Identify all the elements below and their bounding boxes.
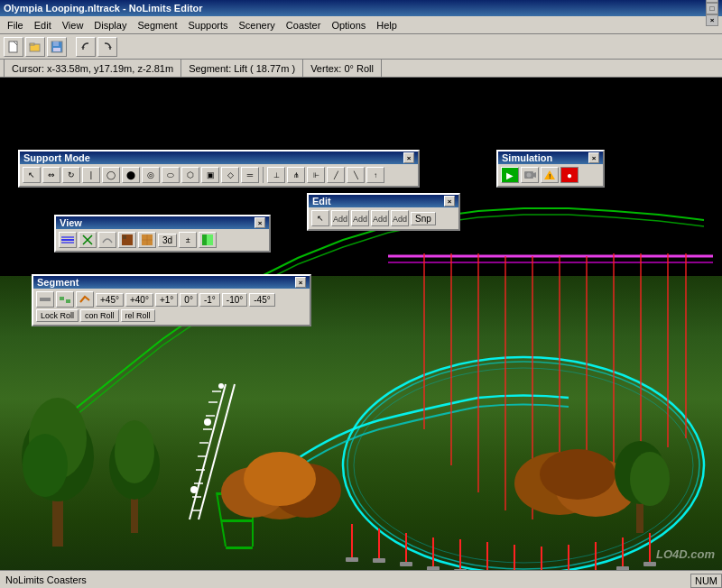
line-tool[interactable]: |: [82, 167, 100, 183]
beam-tool[interactable]: ═: [241, 167, 259, 183]
sim-play-btn[interactable]: ▶: [501, 167, 519, 183]
seg-plus1-btn[interactable]: +1°: [155, 293, 178, 307]
add-vertex-btn[interactable]: Add: [391, 210, 409, 226]
sim-camera-btn[interactable]: [521, 167, 539, 183]
fork2-tool[interactable]: ⊩: [307, 167, 325, 183]
rotate-tool[interactable]: ↻: [62, 167, 80, 183]
redo-button[interactable]: [97, 37, 117, 57]
grid1-btn[interactable]: [59, 232, 77, 248]
add-end-btn[interactable]: Add: [371, 210, 389, 226]
menu-coaster[interactable]: Coaster: [281, 16, 327, 33]
circle-md-tool[interactable]: ⬤: [122, 167, 140, 183]
snap-btn[interactable]: Snp: [411, 212, 436, 225]
menu-scenery[interactable]: Scenery: [234, 16, 281, 33]
ellipse-tool[interactable]: ⬭: [162, 167, 180, 183]
support-panel-content: ↖ ⇔ ↻ | ◯ ⬤ ◎ ⬭ ⬡ ▣ ◇ ═ ⊥ ⋔ ⊩ ╱ ╲ ↑: [20, 164, 418, 186]
svg-point-84: [630, 452, 670, 506]
octagon-tool[interactable]: ⬡: [181, 167, 199, 183]
diamond-tool[interactable]: ◇: [221, 167, 239, 183]
add-conn-btn[interactable]: Add: [351, 210, 369, 226]
plusminus-btn[interactable]: ±: [179, 232, 197, 248]
seg-rel-roll-btn[interactable]: rel Roll: [121, 309, 155, 322]
seg-flat-btn[interactable]: [36, 291, 54, 308]
close-button[interactable]: ×: [706, 14, 718, 26]
undo-button[interactable]: [76, 37, 96, 57]
svg-text:Add: Add: [393, 215, 407, 224]
angled2-tool[interactable]: ╲: [347, 167, 365, 183]
menu-supports[interactable]: Supports: [182, 16, 233, 33]
pole2-tool[interactable]: ↑: [366, 167, 384, 183]
seg-minus45-btn[interactable]: -45°: [249, 293, 274, 307]
segment-panel-close[interactable]: ×: [295, 277, 306, 288]
3d-btn[interactable]: 3d: [158, 234, 177, 247]
sim-panel-content: ▶ ! ●: [498, 164, 603, 186]
svg-rect-89: [123, 235, 126, 239]
view-panel: View × 3d ±: [54, 215, 271, 253]
seg-minus10-btn[interactable]: -10°: [222, 293, 247, 307]
menu-edit[interactable]: Edit: [29, 16, 57, 33]
svg-rect-93: [40, 298, 51, 301]
svg-text:Add: Add: [333, 215, 347, 224]
open-button[interactable]: [25, 37, 45, 57]
menu-segment[interactable]: Segment: [132, 16, 182, 33]
add-seg-btn[interactable]: Add: [331, 210, 349, 226]
edit-panel-title[interactable]: Edit ×: [309, 195, 458, 207]
seg-plus45-btn[interactable]: +45°: [96, 293, 124, 307]
circle-lg-tool[interactable]: ◎: [142, 167, 160, 183]
sim-warning-btn[interactable]: !: [541, 167, 559, 183]
edit-panel-content: ↖ Add Add Add Add Snp: [309, 207, 458, 229]
svg-marker-102: [533, 172, 536, 178]
seg-con-roll-btn[interactable]: con Roll: [80, 309, 119, 322]
svg-rect-2: [30, 43, 34, 45]
support-panel-title[interactable]: Support Mode ×: [20, 152, 418, 164]
segment-panel-title[interactable]: Segment ×: [33, 276, 310, 289]
new-button[interactable]: [4, 37, 23, 57]
seg-bank-btn[interactable]: [76, 291, 94, 308]
select-tool-btn[interactable]: ↖: [311, 210, 329, 226]
view-panel-close[interactable]: ×: [255, 217, 265, 228]
texture2-btn[interactable]: [138, 232, 156, 248]
svg-line-8: [190, 384, 226, 519]
square-tool[interactable]: ▣: [201, 167, 219, 183]
segment-panel-content: +45° +40° +1° 0° -1° -10° -45° Lock Roll…: [33, 289, 310, 325]
view-panel-title[interactable]: View ×: [56, 216, 269, 229]
menu-file[interactable]: File: [2, 16, 29, 33]
support-panel-close[interactable]: ×: [403, 152, 414, 163]
seg-slope-btn[interactable]: [56, 291, 74, 308]
toolbar: [0, 34, 722, 60]
svg-rect-95: [66, 299, 70, 303]
pole1-tool[interactable]: ⊥: [267, 167, 285, 183]
menu-options[interactable]: Options: [326, 16, 371, 33]
save-button[interactable]: [47, 37, 67, 57]
seg-lock-roll-btn[interactable]: Lock Roll: [36, 309, 79, 322]
svg-point-74: [115, 420, 154, 483]
angled1-tool[interactable]: ╱: [327, 167, 345, 183]
circle-sm-tool[interactable]: ◯: [102, 167, 120, 183]
sim-record-btn[interactable]: ●: [560, 167, 579, 183]
svg-point-20: [190, 486, 198, 493]
move-tool[interactable]: ⇔: [42, 167, 60, 183]
seg-plus40-btn[interactable]: +40°: [125, 293, 153, 307]
svg-rect-64: [221, 519, 253, 522]
svg-text:!: !: [549, 172, 551, 180]
seg-zero-btn[interactable]: 0°: [180, 293, 198, 307]
segment-status: Segment: Lift ( 18.77m ): [181, 60, 303, 77]
title-controls: _ □ ×: [706, 0, 718, 26]
bright-btn[interactable]: [199, 232, 217, 248]
maximize-button[interactable]: □: [706, 3, 718, 14]
grid2-btn[interactable]: [79, 232, 97, 248]
edit-panel: Edit × ↖ Add Add Add Add Snp: [307, 193, 460, 231]
menu-help[interactable]: Help: [371, 16, 403, 33]
svg-rect-92: [207, 234, 213, 245]
texture1-btn[interactable]: [118, 232, 136, 248]
seg-minus1-btn[interactable]: -1°: [199, 293, 220, 307]
viewport[interactable]: Support Mode × ↖ ⇔ ↻ | ◯ ⬤ ◎ ⬭ ⬡ ▣ ◇ ═ ⊥…: [0, 78, 722, 583]
fork1-tool[interactable]: ⋔: [287, 167, 305, 183]
sim-panel-title[interactable]: Simulation ×: [498, 152, 603, 164]
menu-display[interactable]: Display: [88, 16, 132, 33]
curve-btn[interactable]: [98, 232, 116, 248]
menu-view[interactable]: View: [57, 16, 89, 33]
arrow-tool[interactable]: ↖: [23, 167, 41, 183]
edit-panel-close[interactable]: ×: [444, 196, 455, 207]
sim-panel-close[interactable]: ×: [588, 152, 599, 163]
